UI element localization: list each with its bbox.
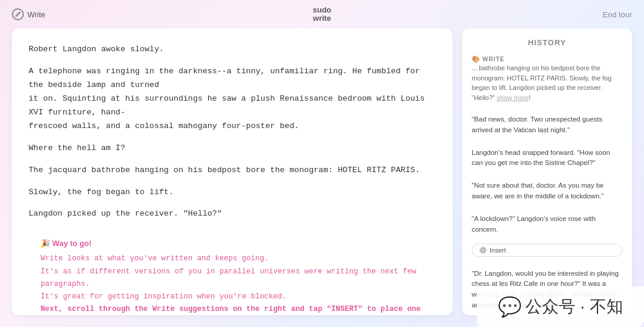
tour-callout: 🎉 Way to go! Write looks at what you've …: [29, 229, 436, 315]
history-item-4: "A lockdown?" Langdon's voice rose with …: [472, 214, 623, 235]
paragraph-4: The jacquard bathrobe hanging on his bed…: [29, 164, 436, 177]
write-entry: 🎨 WRITE ... bathrobe hanging on his bedp…: [472, 55, 623, 102]
end-tour-button[interactable]: End tour: [603, 10, 632, 19]
brand-center: sudo write: [312, 6, 331, 23]
insert-button-1[interactable]: Insert: [472, 244, 623, 257]
paragraph-6: Langdon picked up the receiver. "Hello?": [29, 207, 436, 221]
write-text: ... bathrobe hanging on his bedpost bore…: [472, 64, 612, 101]
editor-panel: Robert Langdon awoke slowly. A telephone…: [12, 29, 453, 315]
write-label: WRITE: [482, 56, 504, 63]
write-pen-icon: 🎨: [472, 55, 480, 63]
main-content: Robert Langdon awoke slowly. A telephone…: [0, 29, 644, 327]
logo-label: Write: [27, 10, 45, 19]
tour-line-3: It's great for getting inspiration when …: [41, 291, 424, 303]
history-item-3: "Not sure about that, doctor. As you may…: [472, 180, 623, 202]
history-item-1: "Bad news, doctor. Two unexpected guests…: [472, 114, 623, 136]
wechat-label: 公众号 · 不知: [525, 295, 623, 318]
wechat-logo-icon: 💬: [498, 295, 522, 318]
write-text-block: ... bathrobe hanging on his bedpost bore…: [472, 63, 623, 102]
paragraph-5: Slowly, the fog began to lift.: [29, 186, 436, 200]
tour-line-2: It's as if different versions of you in …: [41, 266, 424, 291]
paragraph-2: A telephone was ringing in the darkness-…: [29, 65, 436, 133]
brand-name: sudo write: [312, 6, 331, 23]
insert-label-1: Insert: [490, 247, 506, 254]
write-badge: 🎨 WRITE: [472, 55, 623, 63]
paragraph-3: Where the hell am I?: [29, 142, 436, 155]
history-title: History: [472, 38, 623, 47]
logo-area: Write: [12, 8, 45, 20]
history-item-2: Langdon's head snapped forward. "How soo…: [472, 148, 623, 169]
top-bar: Write sudo write End tour: [0, 0, 644, 29]
tour-line-1: Write looks at what you've written and k…: [41, 253, 424, 265]
tour-title: 🎉 Way to go!: [41, 239, 424, 248]
editor-text: Robert Langdon awoke slowly. A telephone…: [29, 43, 436, 221]
tour-line-bold: Next, scroll through the Write suggestio…: [41, 303, 424, 315]
show-more-link[interactable]: show more: [497, 94, 529, 101]
history-panel: History 🎨 WRITE ... bathrobe hanging on …: [462, 29, 632, 315]
paragraph-1: Robert Langdon awoke slowly.: [29, 43, 436, 57]
insert-icon-1: [479, 247, 487, 254]
wechat-overlay: 💬 公众号 · 不知: [477, 286, 644, 327]
write-icon: [12, 8, 24, 20]
